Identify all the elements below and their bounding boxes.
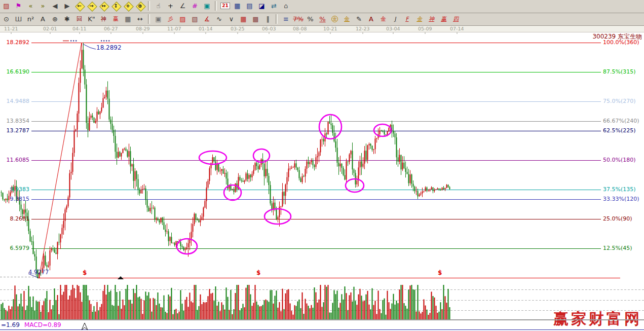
comb-lines-icon[interactable]: Ш (13, 14, 24, 24)
k-wave-icon[interactable]: K" (86, 14, 97, 24)
gold-coin-icon[interactable]: 金 (329, 14, 340, 24)
shen-grid-icon: 神 (101, 16, 106, 22)
a-wave-icon: A (369, 16, 373, 22)
toolbar-separator (148, 14, 150, 24)
j-angle-icon[interactable]: J (390, 14, 401, 24)
fan-box-icon[interactable]: ▨ (177, 14, 188, 24)
step-back-icon: ◀ (53, 3, 58, 9)
chart-flag-icon[interactable]: ⚑ (13, 1, 24, 11)
zoom-horizontal-icon[interactable]: ↔ (98, 1, 109, 11)
gold-angle-icon[interactable]: 金 (414, 14, 426, 24)
zigzag-icon: ∨ (229, 16, 234, 22)
app-icon[interactable]: ▨ (1, 1, 12, 11)
fan-lines-icon: 彡 (168, 16, 173, 22)
gold-box-icon: 金 (381, 16, 386, 22)
notes-icon: ▤ (246, 3, 252, 9)
gold-line-icon[interactable]: 金 (341, 14, 353, 24)
hand-tool-icon[interactable]: ☝ (153, 1, 164, 11)
zoom-vertical-icon[interactable]: ↕ (110, 1, 122, 11)
save-icon[interactable]: ◪ (256, 1, 268, 11)
step-forward-icon[interactable]: ▶ (61, 1, 73, 11)
calendar-icon[interactable]: 21 (219, 1, 231, 11)
percent-line-icon: % (319, 16, 325, 22)
skip-last-icon: » (41, 3, 45, 9)
f-angle-icon: F (405, 16, 409, 22)
box-leader-icon[interactable]: ▣ (153, 14, 164, 24)
gann-clock-icon[interactable]: ⊙ (1, 14, 12, 24)
calculator-icon: ▦ (234, 3, 240, 9)
gold-box-icon[interactable]: 金 (377, 14, 389, 24)
map-window-icon[interactable]: ▣ (201, 1, 213, 11)
percent-line-icon[interactable]: % (317, 14, 328, 24)
gann-clock-icon: ⊙ (4, 16, 9, 22)
si-angle-icon[interactable]: 四 (450, 14, 462, 24)
star-circle-icon[interactable]: ✱ (61, 14, 73, 24)
percent-strike-icon[interactable]: 7% (292, 14, 304, 24)
crosshair-tool-icon: + (168, 3, 173, 9)
crosshair-tool-icon[interactable]: + (165, 1, 176, 11)
shen-angle-icon[interactable]: 神 (426, 14, 438, 24)
width-arrows-icon[interactable]: ↔ (134, 14, 146, 24)
computer-icon[interactable]: ⌂ (280, 1, 292, 11)
grid-ruler-icon: ▦ (125, 16, 131, 22)
grid-ruler-icon[interactable]: ▦ (122, 14, 134, 24)
square-spiral-icon: 回 (77, 16, 82, 22)
hand-tool-icon: ☝ (157, 3, 161, 9)
computer-icon: ⌂ (284, 3, 288, 9)
notes-icon[interactable]: ▤ (244, 1, 255, 11)
gold-line-icon: 金 (344, 16, 350, 22)
ruler-list-icon[interactable]: ≡ (280, 14, 292, 24)
f-angle-icon[interactable]: F (402, 14, 413, 24)
angle-fan-icon: ∡ (204, 16, 210, 22)
drawing-toolbar: ⊙Шn²A⊕✱回K"神赢▦↔▣彡▨▧∡∿∨▦▩∥≡7%%%金金✎A金JF金神赢四 (0, 13, 644, 26)
wave-icon: ∿ (216, 16, 222, 22)
toolbar-separator (148, 1, 150, 11)
shen-grid-icon[interactable]: 神 (98, 14, 109, 24)
save-icon: ◪ (258, 3, 264, 9)
pan-right-icon[interactable]: → (86, 1, 97, 11)
fan-lines-icon[interactable]: 彡 (165, 14, 176, 24)
pan-left-icon[interactable]: ← (73, 1, 85, 11)
skip-first-icon[interactable]: « (25, 1, 36, 11)
gann-circle-icon: ⊕ (52, 16, 58, 22)
pen-icon: ✎ (356, 16, 362, 22)
ying-angle-icon: 赢 (441, 16, 447, 22)
chart-canvas[interactable] (0, 0, 644, 331)
angle-measure-icon: ∠ (180, 3, 186, 9)
gold-coin-icon: 金 (331, 16, 338, 22)
export-icon[interactable]: ⇄ (268, 1, 280, 11)
parallel-lines-icon[interactable]: ∥ (262, 14, 274, 24)
zoom-all-icon[interactable]: ⊕ (134, 1, 146, 11)
box-leader-icon: ▣ (155, 16, 161, 22)
calculator-icon[interactable]: ▦ (232, 1, 243, 11)
angle-fan-icon[interactable]: ∡ (201, 14, 213, 24)
dot-grid-icon[interactable]: ▩ (250, 14, 261, 24)
app-icon: ▨ (3, 3, 9, 9)
box-fan-icon[interactable]: ▧ (189, 14, 201, 24)
red-grid-icon[interactable]: ▦ (238, 14, 249, 24)
zoom-in-icon[interactable]: + (122, 1, 134, 11)
ying-angle-icon[interactable]: 赢 (438, 14, 450, 24)
a-wave-icon[interactable]: A (365, 14, 377, 24)
zoom-vertical-icon: ↕ (113, 4, 118, 9)
toolbar-separator (276, 14, 278, 24)
square-spiral-icon[interactable]: 回 (73, 14, 85, 24)
star-circle-icon: ✱ (64, 16, 70, 22)
angle-measure-icon[interactable]: ∠ (177, 1, 188, 11)
gann-circle-icon[interactable]: ⊕ (49, 14, 61, 24)
zigzag-icon[interactable]: ∨ (225, 14, 237, 24)
wave-icon[interactable]: ∿ (213, 14, 225, 24)
si-angle-icon: 四 (453, 16, 460, 22)
percent-icon[interactable]: % (305, 14, 316, 24)
gold-angle-icon: 金 (416, 16, 423, 22)
n-squared-icon[interactable]: n² (25, 14, 36, 24)
step-back-icon[interactable]: ◀ (49, 1, 61, 11)
pen-icon[interactable]: ✎ (353, 14, 365, 24)
zoom-all-icon: ⊕ (138, 4, 142, 9)
zoom-horizontal-icon: ↔ (101, 4, 105, 9)
letter-a-line-icon[interactable]: A (37, 14, 49, 24)
zoom-in-icon: + (126, 4, 130, 9)
ying-grid-icon[interactable]: 赢 (110, 14, 122, 24)
grid-tool-icon[interactable]: # (189, 1, 201, 11)
skip-last-icon[interactable]: » (37, 1, 49, 11)
